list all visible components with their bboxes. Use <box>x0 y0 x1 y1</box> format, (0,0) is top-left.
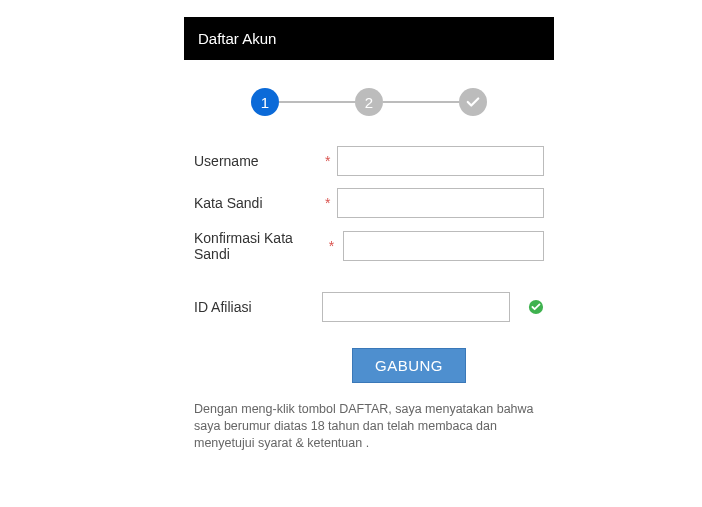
disclaimer-text: Dengan meng-klik tombol DAFTAR, saya men… <box>194 401 544 452</box>
panel-title: Daftar Akun <box>184 17 554 60</box>
confirm-password-input[interactable] <box>343 231 544 261</box>
register-panel: Daftar Akun 1 2 Username * Kata Sandi * … <box>184 17 554 452</box>
affiliate-input[interactable] <box>322 292 510 322</box>
valid-icon <box>528 298 544 316</box>
check-icon <box>466 95 480 109</box>
step-connector <box>279 101 355 103</box>
password-input[interactable] <box>337 188 544 218</box>
username-input[interactable] <box>337 146 544 176</box>
disclaimer-dot: . <box>362 436 369 450</box>
required-mark: * <box>325 195 337 211</box>
step-connector <box>383 101 459 103</box>
submit-button[interactable]: GABUNG <box>352 348 466 383</box>
terms-link[interactable]: syarat & ketentuan <box>258 436 362 450</box>
required-mark: * <box>325 153 337 169</box>
affiliate-label: ID Afiliasi <box>194 299 322 315</box>
password-label: Kata Sandi <box>194 195 325 211</box>
step-2: 2 <box>355 88 383 116</box>
step-1: 1 <box>251 88 279 116</box>
step-3-icon <box>459 88 487 116</box>
username-label: Username <box>194 153 325 169</box>
register-form: Username * Kata Sandi * Konfirmasi Kata … <box>184 146 554 383</box>
progress-steps: 1 2 <box>184 88 554 116</box>
required-mark: * <box>329 238 335 254</box>
confirm-password-label: Konfirmasi Kata Sandi <box>194 230 329 262</box>
